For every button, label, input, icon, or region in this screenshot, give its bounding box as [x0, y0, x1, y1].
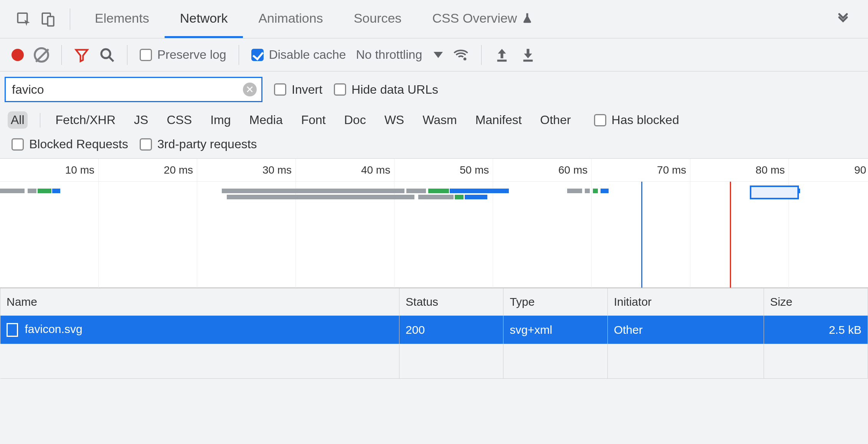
- tab-css-overview[interactable]: CSS Overview: [417, 0, 548, 38]
- timeline-body: [0, 182, 868, 288]
- more-tabs-icon[interactable]: [830, 0, 856, 38]
- separator: [61, 45, 62, 65]
- separator: [40, 113, 40, 128]
- network-toolbar: Preserve log Disable cache No throttling: [0, 38, 868, 71]
- tab-label: Elements: [95, 11, 149, 26]
- overview-bar: [455, 195, 464, 199]
- clear-button[interactable]: [34, 47, 49, 63]
- column-header-initiator[interactable]: Initiator: [607, 288, 764, 316]
- tab-label: Network: [180, 11, 228, 26]
- type-filter-fetch-xhr[interactable]: Fetch/XHR: [53, 111, 119, 129]
- overview-bar: [428, 189, 449, 193]
- filter-input[interactable]: [12, 83, 243, 97]
- svg-point-4: [464, 57, 467, 60]
- domcontentloaded-marker: [641, 182, 642, 288]
- filter-bar: ✕ Invert Hide data URLs: [0, 71, 868, 108]
- cell: 2.5 kB: [764, 316, 868, 344]
- cell: svg+xml: [503, 316, 607, 344]
- overview-bar: [28, 189, 36, 193]
- column-header-size[interactable]: Size: [764, 288, 868, 316]
- tab-animations[interactable]: Animations: [243, 0, 338, 38]
- column-header-name[interactable]: Name: [0, 288, 399, 316]
- overview-bar: [227, 195, 414, 199]
- overview-bar: [450, 189, 509, 193]
- export-har-icon[interactable]: [520, 47, 536, 63]
- type-filter-ws[interactable]: WS: [381, 111, 408, 129]
- request-row[interactable]: favicon.svg200svg+xmlOther2.5 kB: [0, 316, 868, 344]
- hide-data-urls-checkbox[interactable]: Hide data URLs: [334, 83, 438, 97]
- svg-rect-6: [523, 60, 533, 61]
- type-filter-font[interactable]: Font: [298, 111, 329, 129]
- search-icon[interactable]: [99, 47, 115, 63]
- clear-filter-icon[interactable]: ✕: [243, 83, 257, 96]
- timeline-selection[interactable]: [750, 186, 799, 199]
- chevron-down-icon: [434, 52, 443, 58]
- separator: [70, 8, 70, 30]
- svg-point-3: [101, 49, 110, 58]
- third-party-label: 3rd-party requests: [157, 137, 257, 151]
- overview-bar: [601, 189, 609, 193]
- cell: 200: [399, 316, 503, 344]
- preserve-log-checkbox[interactable]: Preserve log: [140, 48, 226, 62]
- overview-bar: [38, 189, 51, 193]
- load-event-marker: [730, 182, 731, 288]
- disable-cache-label: Disable cache: [269, 48, 346, 62]
- waterfall-overview[interactable]: 10 ms20 ms30 ms40 ms50 ms60 ms70 ms80 ms…: [0, 159, 868, 288]
- type-filter-css[interactable]: CSS: [163, 111, 195, 129]
- resource-type-filters: AllFetch/XHRJSCSSImgMediaFontDocWSWasmMa…: [0, 108, 868, 133]
- type-filter-js[interactable]: JS: [131, 111, 151, 129]
- type-filter-img[interactable]: Img: [207, 111, 234, 129]
- separator: [127, 45, 127, 65]
- tab-sources[interactable]: Sources: [338, 0, 417, 38]
- device-toolbar-icon[interactable]: [36, 0, 61, 38]
- filter-input-wrap[interactable]: ✕: [5, 77, 262, 102]
- type-filter-other[interactable]: Other: [537, 111, 574, 129]
- tabs-container: ElementsNetworkAnimationsSourcesCSS Over…: [79, 0, 548, 38]
- requests-table: NameStatusTypeInitiatorSize favicon.svg2…: [0, 288, 868, 379]
- secondary-filters: Blocked Requests 3rd-party requests: [0, 133, 868, 159]
- cell: Other: [607, 316, 764, 344]
- hide-data-urls-label: Hide data URLs: [351, 83, 438, 97]
- inspect-element-icon[interactable]: [12, 0, 36, 38]
- overview-bar: [0, 189, 25, 193]
- type-filter-manifest[interactable]: Manifest: [472, 111, 525, 129]
- beaker-icon: [521, 12, 533, 25]
- blocked-requests-checkbox[interactable]: Blocked Requests: [12, 137, 128, 151]
- type-filter-wasm[interactable]: Wasm: [419, 111, 460, 129]
- tab-label: CSS Overview: [432, 11, 517, 26]
- import-har-icon[interactable]: [494, 47, 510, 63]
- column-header-type[interactable]: Type: [503, 288, 607, 316]
- third-party-checkbox[interactable]: 3rd-party requests: [140, 137, 257, 151]
- disable-cache-checkbox[interactable]: Disable cache: [251, 48, 346, 62]
- file-icon: [7, 323, 18, 337]
- throttling-label: No throttling: [356, 48, 422, 62]
- overview-bar: [222, 189, 404, 193]
- devtools-tabs: ElementsNetworkAnimationsSourcesCSS Over…: [0, 0, 868, 38]
- preserve-log-label: Preserve log: [157, 48, 226, 62]
- tab-network[interactable]: Network: [165, 0, 243, 38]
- network-conditions-icon[interactable]: [453, 47, 469, 63]
- separator: [481, 45, 482, 65]
- overview-bar: [418, 195, 454, 199]
- invert-label: Invert: [292, 83, 322, 97]
- overview-bar: [585, 189, 590, 193]
- throttling-select[interactable]: No throttling: [356, 48, 443, 62]
- separator: [239, 45, 239, 65]
- type-filter-media[interactable]: Media: [246, 111, 286, 129]
- overview-bar: [52, 189, 60, 193]
- tab-label: Animations: [258, 11, 323, 26]
- type-filter-doc[interactable]: Doc: [341, 111, 369, 129]
- column-header-status[interactable]: Status: [399, 288, 503, 316]
- svg-rect-5: [497, 60, 507, 61]
- timeline-axis: 10 ms20 ms30 ms40 ms50 ms60 ms70 ms80 ms…: [0, 159, 868, 182]
- type-filter-all[interactable]: All: [8, 111, 28, 129]
- tab-elements[interactable]: Elements: [79, 0, 165, 38]
- timeline-tick: 90 ms: [0, 159, 868, 181]
- cell: favicon.svg: [0, 316, 399, 344]
- record-button[interactable]: [12, 49, 24, 61]
- overview-bar: [465, 195, 487, 199]
- overview-bar: [406, 189, 426, 193]
- filter-toggle-icon[interactable]: [74, 47, 89, 63]
- invert-checkbox[interactable]: Invert: [274, 83, 322, 97]
- has-blocked-checkbox[interactable]: Has blocked: [594, 113, 679, 127]
